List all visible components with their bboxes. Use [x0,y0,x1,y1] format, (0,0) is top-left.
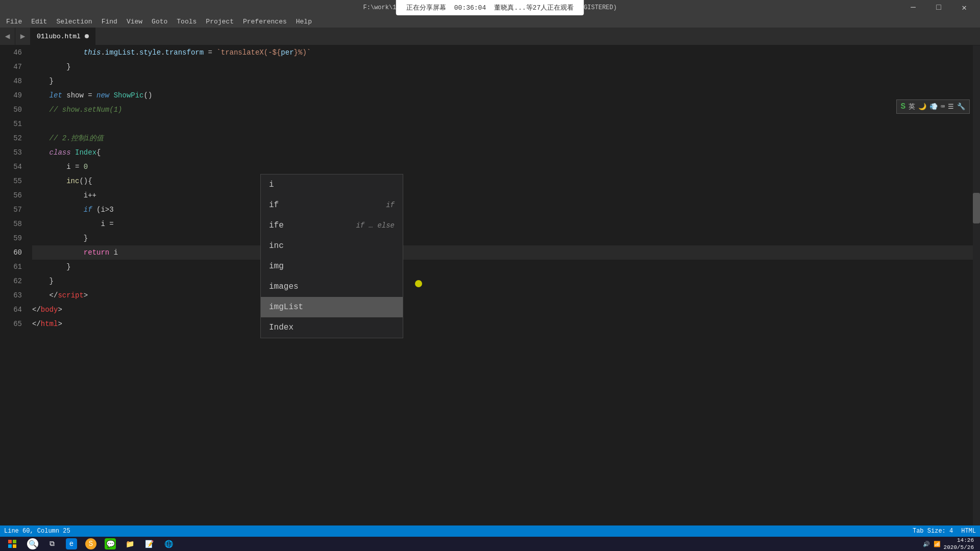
menu-selection[interactable]: Selection [52,17,96,27]
line-num-63: 63 [0,288,22,303]
tab-modified-dot [85,34,89,38]
line-num-53: 53 [0,145,22,160]
tabbar: ◀ ▶ 01lubo.html [0,28,980,45]
line-num-57: 57 [0,203,22,217]
svg-rect-0 [8,540,12,543]
ac-label-imglist: imgList [269,303,303,312]
start-button[interactable] [2,537,22,551]
ac-item-inc[interactable]: inc [261,236,403,256]
line-num-58: 58 [0,217,22,231]
system-tray: 🔊 📶 14:26 2020/5/26 [923,537,978,551]
window-controls: ─ □ ✕ [901,0,976,15]
taskbar-edge[interactable]: e [62,537,81,551]
autocomplete-dropdown: i if if ife if … else inc img images [260,174,403,338]
share-viewers: 董晓真...等27人正在观看 [494,3,574,12]
line-num-56: 56 [0,188,22,203]
ac-label-inc: inc [269,241,284,251]
menu-find[interactable]: Find [97,17,121,27]
ac-item-if[interactable]: if if [261,195,403,215]
ac-item-i[interactable]: i [261,174,403,195]
menu-view[interactable]: View [122,17,146,27]
menu-preferences[interactable]: Preferences [239,17,291,27]
line-num-55: 55 [0,174,22,188]
code-line-54: i = 0 [32,160,980,174]
taskbar-chrome[interactable]: 🌐 [159,537,178,551]
code-line-48: } [32,74,980,88]
taskbar-explorer[interactable]: 📁 [120,537,139,551]
code-line-56: i++ [32,188,980,203]
code-editor[interactable]: this.imgList.style.transform = `translat… [28,45,980,537]
scrollbar-thumb[interactable] [973,193,980,223]
tab-nav-next[interactable]: ▶ [15,28,31,45]
line-num-48: 48 [0,74,22,88]
ac-item-ife[interactable]: ife if … else [261,215,403,236]
search-icon: 🔍 [27,538,38,549]
line-num-64: 64 [0,303,22,317]
taskbar-task-view[interactable]: ⧉ [43,537,61,551]
ac-label-ife: ife [269,221,284,230]
chrome-icon: 🌐 [163,538,174,549]
tab-01lubo[interactable]: 01lubo.html [31,28,95,45]
code-line-62: } [32,274,980,288]
ac-item-imglist[interactable]: imgList [261,297,403,317]
minimize-button[interactable]: ─ [901,0,925,15]
tray-icons: 🔊 📶 [923,541,941,547]
code-line-65: </html> [32,317,980,331]
close-button[interactable]: ✕ [952,0,976,15]
svg-rect-2 [8,544,12,548]
editor-area: 46 47 48 49 50 51 52 53 54 55 56 57 58 5… [0,45,980,537]
ime-kbd-icon: ⌨ [941,103,945,111]
vertical-scrollbar[interactable] [973,45,980,537]
status-right: Tab Size: 4 HTML [913,528,976,535]
taskbar-wechat[interactable]: 💬 [101,537,119,551]
code-line-55: inc(){ [32,174,980,188]
ime-wind-icon: 💨 [929,103,938,111]
line-num-62: 62 [0,274,22,288]
statusbar: Line 60, Column 25 Tab Size: 4 HTML [0,525,980,537]
tab-size: Tab Size: 4 [913,528,953,535]
code-line-49: let show = new ShowPic() [32,88,980,103]
line-num-54: 54 [0,160,22,174]
menu-tools[interactable]: Tools [173,17,201,27]
line-num-60: 60 [0,245,22,260]
code-line-52: // 2.控制i的值 [32,131,980,145]
maximize-button[interactable]: □ [927,0,950,15]
notepad-icon: 📝 [143,538,155,549]
menu-help[interactable]: Help [292,17,316,27]
ac-label-img: img [269,262,284,271]
menu-project[interactable]: Project [202,17,238,27]
share-time: 00:36:04 [454,4,486,12]
share-bar: 正在分享屏幕 00:36:04 董晓真...等27人正在观看 [396,0,584,15]
line-num-46: 46 [0,45,22,60]
code-line-61: } [32,260,980,274]
code-line-63: </script> [32,288,980,303]
line-num-51: 51 [0,117,22,131]
taskbar-search[interactable]: 🔍 [23,537,42,551]
ime-lang: 英 [909,102,915,111]
ac-item-index[interactable]: Index [261,317,403,338]
line-num-59: 59 [0,231,22,245]
code-line-50: // show.setNum(1) [32,103,980,117]
line-num-47: 47 [0,60,22,74]
code-line-57: if (i>3 [32,203,980,217]
line-num-61: 61 [0,260,22,274]
taskbar-notepad[interactable]: 📝 [140,537,158,551]
menu-file[interactable]: File [2,17,26,27]
tray-date-value: 2020/5/26 [944,544,974,551]
ime-moon-icon: 🌙 [918,103,926,111]
ime-logo: S [901,102,906,111]
explorer-icon: 📁 [124,538,135,549]
code-line-59: } [32,231,980,245]
ac-item-images[interactable]: images [261,277,403,297]
language-mode: HTML [961,528,976,535]
status-left: Line 60, Column 25 [4,528,70,535]
menu-goto[interactable]: Goto [148,17,172,27]
tab-nav-prev[interactable]: ◀ [0,28,15,45]
ac-hint-ife: if … else [356,221,395,230]
ac-item-img[interactable]: img [261,256,403,277]
line-num-65: 65 [0,317,22,331]
taskbar-sublime[interactable]: S [82,537,100,551]
line-numbers: 46 47 48 49 50 51 52 53 54 55 56 57 58 5… [0,45,28,537]
svg-rect-1 [13,540,16,543]
menu-edit[interactable]: Edit [27,17,51,27]
